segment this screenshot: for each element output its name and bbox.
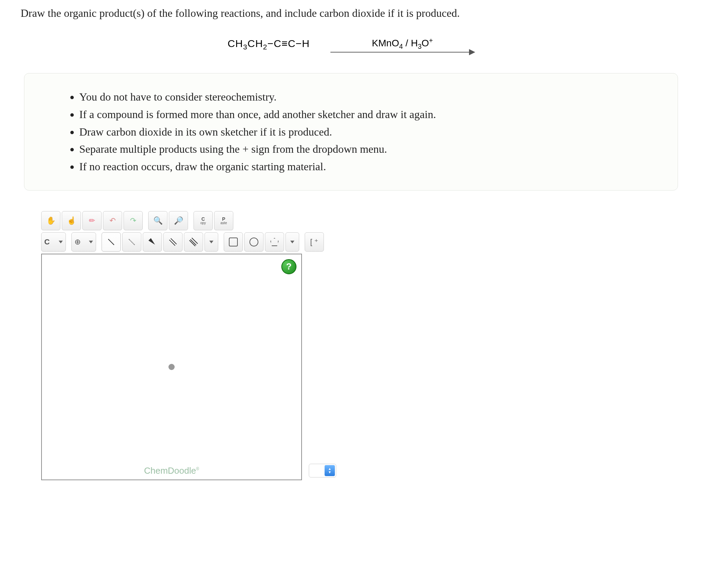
benzene-button[interactable] [244,232,264,252]
copy-button[interactable]: C opy [194,211,213,230]
brand-text: ChemDoodle [144,465,196,476]
cyclopentane-icon [270,238,279,246]
dashed-bond-button[interactable] [122,232,141,252]
hand-icon [46,216,56,225]
double-bond-icon [169,238,177,246]
instruction-item: Separate multiple products using the + s… [79,141,657,157]
question-text: Draw the organic product(s) of the follo… [21,7,681,20]
chevron-down-icon [209,241,213,243]
reagents: KMnO4 / H3O+ [372,37,433,50]
erase-tool-button[interactable] [82,211,102,230]
cyclohexane-button[interactable] [224,232,243,252]
reaction-arrow: KMnO4 / H3O+ [330,37,475,53]
redo-button[interactable] [124,211,143,230]
chevron-down-icon [89,241,93,243]
chemdoodle-brand: ChemDoodle® [144,465,199,476]
undo-button[interactable] [103,211,122,230]
benzene-icon [249,238,258,246]
redo-icon [130,216,136,225]
reaction-scheme: CH3CH2−C≡C−H KMnO4 / H3O+ [21,37,681,53]
drawing-canvas[interactable]: ? ChemDoodle® [41,254,302,480]
wedge-bond-icon [149,238,156,246]
chevron-down-icon [290,241,294,243]
zoom-in-icon: 🔍 [153,216,163,225]
charge-picker-button[interactable] [71,232,96,252]
carbon-atom-icon [44,238,50,246]
instructions-box: You do not have to consider stereochemis… [24,73,678,191]
sketcher-count-stepper[interactable]: ▲▼ [309,464,336,477]
copy-label-bot: opy [200,221,206,225]
zoom-out-icon: 🔎 [174,216,183,225]
double-bond-button[interactable] [163,232,183,252]
substrate: CH3CH2−C≡C−H [227,38,310,51]
bracket-charge-button[interactable]: [ ⁺ [305,232,324,252]
paste-label-bot: aste [221,221,227,225]
charge-icon [74,238,81,246]
chevron-down-icon [59,241,63,243]
ring-dropdown-button[interactable] [285,232,299,252]
copy-label-top: C [201,217,205,221]
dashed-bond-icon [129,239,135,245]
help-button[interactable]: ? [281,259,296,274]
instructions-list: You do not have to consider stereochemis… [66,89,657,174]
toolbar-row-2: [ ⁺ [41,232,377,252]
chemdoodle-sketcher: ☝ 🔍 🔎 C opy P aste [41,211,377,480]
instruction-item: If no reaction occurs, draw the organic … [79,159,657,174]
undo-icon [109,216,116,225]
brand-mark: ® [196,466,199,471]
arrow-line-icon [330,52,475,53]
cyclohexane-icon [229,238,238,246]
wedge-bond-button[interactable] [143,232,162,252]
zoom-out-button[interactable]: 🔎 [169,211,188,230]
atom-picker-button[interactable] [41,232,66,252]
single-bond-button[interactable] [102,232,121,252]
select-icon: ☝ [67,216,76,225]
stepper-spin-icon[interactable]: ▲▼ [325,465,335,476]
bracket-icon: [ ⁺ [310,238,318,246]
zoom-in-button[interactable]: 🔍 [148,211,167,230]
instruction-item: If a compound is formed more than once, … [79,107,657,122]
instruction-item: Draw carbon dioxide in its own sketcher … [79,124,657,140]
bond-dropdown-button[interactable] [204,232,218,252]
hand-tool-button[interactable] [41,211,60,230]
toolbar-row-1: ☝ 🔍 🔎 C opy P aste [41,211,377,230]
single-bond-icon [108,239,114,245]
paste-label-top: P [222,217,225,221]
paste-button[interactable]: P aste [214,211,233,230]
triple-bond-button[interactable] [184,232,203,252]
canvas-center-dot-icon [168,364,175,370]
instruction-item: You do not have to consider stereochemis… [79,89,657,105]
eraser-icon [89,216,95,225]
select-tool-button[interactable]: ☝ [62,211,81,230]
cyclopentane-button[interactable] [265,232,284,252]
triple-bond-icon [189,238,198,246]
stepper-value [309,464,324,477]
